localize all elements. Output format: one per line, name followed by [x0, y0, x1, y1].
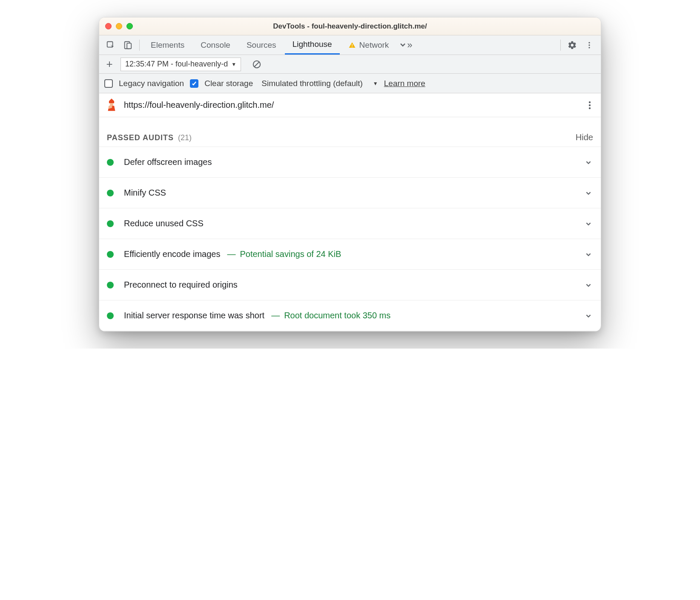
- chevron-down-icon: [584, 188, 593, 198]
- audit-list: Defer offscreen images Minify CSS Reduce…: [99, 147, 601, 331]
- device-toolbar-icon[interactable]: [120, 37, 136, 53]
- audit-row[interactable]: Initial server response time was short —…: [99, 300, 601, 331]
- tab-label: Console: [201, 40, 230, 50]
- audit-row[interactable]: Preconnect to required origins: [99, 269, 601, 300]
- pass-bullet-icon: [107, 282, 114, 288]
- section-count: (21): [178, 133, 192, 142]
- passed-audits-header[interactable]: PASSED AUDITS (21) Hide: [99, 117, 601, 147]
- close-window-button[interactable]: [105, 23, 112, 29]
- pass-bullet-icon: [107, 312, 114, 319]
- tab-label: Network: [359, 40, 389, 50]
- svg-point-15: [589, 104, 591, 106]
- report-menu-icon[interactable]: [585, 100, 595, 110]
- svg-point-5: [588, 42, 590, 43]
- traffic-lights: [105, 23, 133, 29]
- audit-title: Reduce unused CSS: [124, 219, 204, 228]
- lighthouse-toolbar: + 12:35:47 PM - foul-heavenly-d ▼: [99, 55, 601, 74]
- audit-title: Initial server response time was short: [124, 311, 264, 320]
- svg-line-9: [255, 62, 259, 66]
- pass-bullet-icon: [107, 220, 114, 227]
- hide-toggle[interactable]: Hide: [576, 133, 593, 142]
- audit-row[interactable]: Defer offscreen images: [99, 147, 601, 177]
- legacy-navigation-checkbox[interactable]: [104, 79, 113, 88]
- lighthouse-logo-icon: [105, 98, 118, 112]
- clear-icon[interactable]: [252, 60, 261, 69]
- minimize-window-button[interactable]: [116, 23, 122, 29]
- new-report-button[interactable]: +: [103, 58, 115, 71]
- section-title: PASSED AUDITS: [107, 133, 174, 142]
- chevron-down-icon: [584, 311, 593, 320]
- throttling-dropdown-icon[interactable]: ▼: [373, 81, 378, 87]
- tab-network[interactable]: Network: [341, 35, 397, 55]
- tab-label: Lighthouse: [293, 40, 332, 49]
- dropdown-icon: ▼: [231, 61, 236, 67]
- chevron-down-icon: [584, 250, 593, 259]
- audit-row[interactable]: Minify CSS: [99, 177, 601, 208]
- svg-rect-3: [352, 44, 353, 46]
- svg-point-6: [588, 44, 590, 46]
- audit-title: Preconnect to required origins: [124, 280, 238, 290]
- window-title: DevTools - foul-heavenly-direction.glitc…: [105, 22, 595, 31]
- throttling-label: Simulated throttling (default): [261, 79, 363, 88]
- audit-title: Minify CSS: [124, 188, 166, 198]
- audit-title: Defer offscreen images: [124, 157, 212, 167]
- tab-lighthouse[interactable]: Lighthouse: [285, 35, 340, 55]
- svg-point-16: [589, 107, 591, 109]
- chevron-down-icon: [584, 158, 593, 167]
- svg-point-7: [588, 47, 590, 48]
- report-selector[interactable]: 12:35:47 PM - foul-heavenly-d ▼: [120, 58, 241, 71]
- warning-icon: [348, 41, 356, 49]
- audit-detail: Root document took 350 ms: [284, 311, 390, 320]
- learn-more-link[interactable]: Learn more: [384, 79, 425, 88]
- pass-bullet-icon: [107, 159, 114, 166]
- svg-rect-2: [127, 43, 131, 49]
- zoom-window-button[interactable]: [126, 23, 133, 29]
- report-header: https://foul-heavenly-direction.glitch.m…: [99, 93, 601, 117]
- chevron-down-icon: [584, 219, 593, 228]
- report-selector-label: 12:35:47 PM - foul-heavenly-d: [125, 60, 228, 69]
- pass-bullet-icon: [107, 251, 114, 258]
- tab-console[interactable]: Console: [193, 35, 238, 55]
- clear-storage-checkbox[interactable]: [190, 79, 198, 88]
- devtools-window: DevTools - foul-heavenly-direction.glitc…: [99, 17, 601, 332]
- separator: [139, 40, 140, 51]
- devtools-tabstrip: Elements Console Sources Lighthouse Netw…: [99, 35, 601, 55]
- kebab-menu-icon[interactable]: [581, 37, 597, 53]
- inspect-element-icon[interactable]: [103, 37, 119, 53]
- audit-row[interactable]: Reduce unused CSS: [99, 208, 601, 239]
- clear-storage-label: Clear storage: [204, 79, 253, 88]
- overflow-tabs-icon[interactable]: »: [397, 37, 413, 53]
- audit-dash: —: [271, 311, 280, 320]
- tab-elements[interactable]: Elements: [143, 35, 192, 55]
- svg-point-14: [589, 101, 591, 103]
- audit-detail: Potential savings of 24 KiB: [240, 249, 341, 259]
- separator: [560, 40, 561, 51]
- svg-marker-10: [109, 98, 114, 103]
- tab-label: Sources: [247, 40, 276, 50]
- pass-bullet-icon: [107, 190, 114, 196]
- tab-sources[interactable]: Sources: [239, 35, 284, 55]
- settings-icon[interactable]: [564, 37, 580, 53]
- chevron-down-icon: [584, 280, 593, 290]
- tab-label: Elements: [151, 40, 184, 50]
- lighthouse-options: Legacy navigation Clear storage Simulate…: [99, 74, 601, 93]
- legacy-navigation-label: Legacy navigation: [119, 79, 184, 88]
- titlebar: DevTools - foul-heavenly-direction.glitc…: [99, 17, 601, 35]
- report-url[interactable]: https://foul-heavenly-direction.glitch.m…: [124, 100, 579, 110]
- audit-dash: —: [227, 249, 235, 259]
- svg-rect-4: [352, 46, 353, 47]
- audit-row[interactable]: Efficiently encode images — Potential sa…: [99, 239, 601, 269]
- audit-title: Efficiently encode images: [124, 249, 220, 259]
